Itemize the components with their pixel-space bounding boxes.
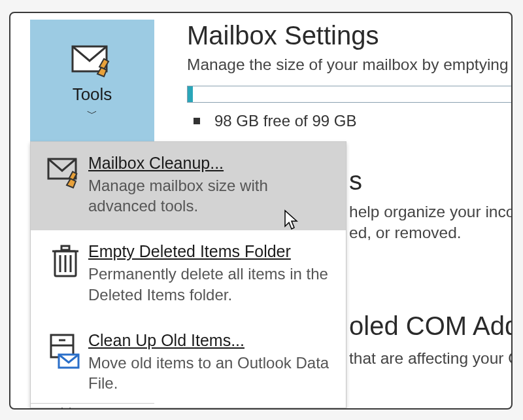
bg-addins-line: that are affecting your O [349,349,513,368]
main-content: Mailbox Settings Manage the size of your… [187,21,511,130]
bg-rules-line2: ed, or removed. [349,224,462,242]
tools-label: Tools [73,84,112,105]
svg-rect-8 [61,246,69,250]
menu-empty-deleted[interactable]: Empty Deleted Items Folder Permanently d… [31,230,346,319]
svg-marker-5 [67,179,76,188]
bg-addins-heading-frag: oled COM Add- [349,311,513,341]
storage-text: 98 GB free of 99 GB [214,112,356,130]
trash-icon [42,242,88,280]
menu-item-title: Mailbox Cleanup... [88,154,334,173]
page-title: Mailbox Settings [187,21,511,50]
menu-item-desc: Permanently delete all items in the Dele… [88,264,334,304]
menu-item-desc: Manage mailbox size with advanced tools. [88,175,334,216]
progress-fill [188,86,193,102]
page-subtitle: Manage the size of your mailbox by empty… [187,56,511,74]
storage-line: 98 GB free of 99 GB [187,112,511,130]
storage-progress [187,86,511,103]
bg-rules-line1: help organize your inco [349,203,513,221]
tools-dropdown: Mailbox Cleanup... Manage mailbox size w… [30,141,346,408]
menu-item-title: Clean Up Old Items... [88,331,334,350]
tools-button[interactable]: Tools ﹀ [30,20,154,141]
bullet-icon [194,118,200,124]
menu-cleanup-old[interactable]: Clean Up Old Items... Move old items to … [31,319,346,408]
window-frame: Mailbox Settings Manage the size of your… [9,12,513,410]
sidebar-addins-stub[interactable]: Auu-iris [30,403,154,410]
menu-item-title: Empty Deleted Items Folder [88,242,334,261]
mailbox-cleanup-icon [42,154,88,189]
mailbox-cleanup-icon [69,43,116,78]
chevron-down-icon: ﹀ [87,109,97,119]
progress-bar [187,86,513,103]
menu-item-desc: Move old items to an Outlook Data File. [88,353,334,393]
archive-icon [42,331,88,369]
menu-mailbox-cleanup[interactable]: Mailbox Cleanup... Manage mailbox size w… [31,142,346,230]
bg-rules-heading-frag: s [349,166,362,196]
